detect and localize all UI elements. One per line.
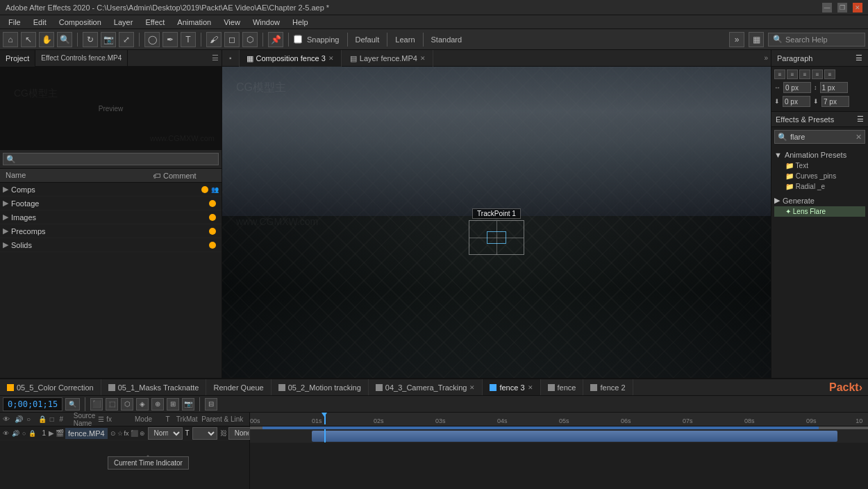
spacing-before[interactable] [783,96,810,107]
search-help-box[interactable]: 🔍 Search Help [768,33,865,47]
align-center-btn[interactable]: ≡ [787,69,798,79]
tl-tab-fence[interactable]: fence [541,379,584,396]
menu-view[interactable]: View [218,15,246,29]
folder-icon: ▶ [3,213,8,222]
tab-effect-controls[interactable]: Effect Controls fence.MP4 [35,50,128,67]
panel-menu-btn[interactable]: ☰ [209,53,222,63]
anim-presets-header[interactable]: ▼ Animation Presets [774,149,865,160]
tl-camera2-btn[interactable]: 📷 [182,398,194,411]
pan-tool[interactable]: ⤢ [119,32,134,47]
align-right-btn[interactable]: ≡ [799,69,810,79]
close-button[interactable]: ✕ [853,3,862,13]
home-tool[interactable]: ⌂ [3,32,18,47]
layer-name-label[interactable]: fence.MP4 [65,428,108,439]
tab-layer-fence[interactable]: ▤ Layer fence.MP4 ✕ [343,50,433,67]
solo-toggle[interactable]: ○ [22,429,26,438]
grid-btn[interactable]: ▦ [749,32,764,47]
tl-tab-camera[interactable]: 04_3_Camera_Tracking ✕ [369,379,483,396]
tl-timecode-display[interactable]: 0;00;01;15 [3,397,62,411]
list-item[interactable]: ▶ Images [0,210,222,224]
menu-composition[interactable]: Composition [53,15,107,29]
tl-mask-btn[interactable]: ⬡ [121,398,133,411]
lens-flare-item[interactable]: ✦ Lens Flare [774,206,865,217]
effects-item-text[interactable]: 📁 Text [774,160,865,171]
audio-toggle-layer[interactable]: 🔊 [12,429,19,438]
justify-btn[interactable]: ≡ [812,69,823,79]
switch1[interactable]: ⊙ [110,430,116,437]
snapping-checkbox[interactable] [294,35,302,44]
close-camera-tab[interactable]: ✕ [469,379,475,396]
pen-tool[interactable]: ✒ [162,32,178,47]
minimize-button[interactable]: — [822,3,832,13]
shape-tool[interactable]: ◯ [144,32,160,47]
camera-tool[interactable]: 📷 [101,32,116,47]
switch2[interactable]: ☆ [117,430,123,437]
select-tool[interactable]: ↖ [21,32,36,47]
tl-tab-color[interactable]: 05_5_Color Correction [0,379,101,396]
maximize-button[interactable]: ❐ [837,3,847,13]
list-item[interactable]: ▶ Comps 👥 [0,183,222,197]
tl-tab-fence3[interactable]: fence 3 ✕ [483,379,540,396]
tl-tab-masks[interactable]: 05_1_Masks Tracknatte [101,379,207,396]
switch-fx[interactable]: fx [124,430,129,437]
close-comp-icon[interactable]: ✕ [328,50,334,67]
effects-clear-icon[interactable]: ✕ [856,133,862,142]
tl-parent-btn[interactable]: ⬚ [106,398,118,411]
tab-expand[interactable]: » [764,54,768,62]
lock-toggle[interactable]: 🔒 [28,429,36,438]
menu-layer[interactable]: Layer [108,15,139,29]
list-item[interactable]: ▶ Solids [0,238,222,252]
menu-window[interactable]: Window [247,15,285,29]
close-fence3-tab[interactable]: ✕ [528,379,533,396]
menu-edit[interactable]: Edit [28,15,52,29]
list-item[interactable]: ▶ Precomps [0,224,222,238]
rotate-tool[interactable]: ↻ [83,32,98,47]
list-item[interactable]: ▶ Footage [0,197,222,210]
indent-field: ↔ ↕ [774,81,865,94]
spacing-after[interactable] [821,96,849,107]
tl-shape-btn[interactable]: ◈ [136,398,149,411]
justify-all-btn[interactable]: ≡ [824,69,835,79]
tl-tab-fence2[interactable]: fence 2 [583,379,633,396]
close-layer-icon[interactable]: ✕ [420,50,426,67]
layer-expand[interactable]: ▶ [49,429,54,437]
hand-tool[interactable]: ✋ [39,32,54,47]
switch3[interactable]: ⬛ [131,430,138,437]
tl-playhead[interactable] [324,413,326,424]
puppet-tool[interactable]: 📌 [268,32,283,47]
comp-tab-label[interactable]: ▪ [222,50,240,67]
indent-value[interactable] [783,82,811,93]
indent-value2[interactable] [820,82,848,93]
tl-layer-content-1[interactable] [312,431,837,442]
menu-help[interactable]: Help [287,15,314,29]
tl-adj-btn[interactable]: ⊞ [167,398,179,411]
effects-menu[interactable]: ☰ [857,115,864,124]
tl-comp-btn[interactable]: ⬛ [90,398,103,411]
effects-item-curves[interactable]: 📁 Curves _pins [774,171,865,181]
expand-btn[interactable]: » [729,32,744,47]
menu-effect[interactable]: Effect [140,15,170,29]
zoom-tool[interactable]: 🔍 [57,32,72,47]
visibility-toggle[interactable]: 👁 [3,429,9,438]
tl-null-btn[interactable]: ⊕ [151,398,164,411]
brush-tool[interactable]: 🖌 [206,32,222,47]
tab-composition-fence3[interactable]: ▦ Composition fence 3 ✕ [240,50,342,67]
menu-animation[interactable]: Animation [172,15,217,29]
trkmat-dropdown[interactable] [192,427,217,440]
align-left-btn[interactable]: ≡ [774,69,785,79]
tl-tab-motion[interactable]: 05_2_Motion tracking [272,379,369,396]
generate-header[interactable]: ▶ Generate [774,194,865,206]
tl-tab-render[interactable]: Render Queue [206,379,271,396]
text-tool[interactable]: T [181,32,196,47]
switch4[interactable]: ⊕ [140,430,145,437]
tl-render-queue-btn[interactable]: ⊟ [205,398,217,411]
project-search-input[interactable] [3,153,219,165]
mode-dropdown[interactable]: Normal [148,427,183,440]
paragraph-menu[interactable]: ☰ [856,53,862,63]
effects-item-radial[interactable]: 📁 Radial _e [774,181,865,192]
effects-search-input[interactable] [790,133,853,141]
menu-file[interactable]: File [3,15,26,29]
eraser-tool[interactable]: ◻ [224,32,240,47]
roto-tool[interactable]: ⬡ [242,32,258,47]
tab-project[interactable]: Project [0,50,35,67]
